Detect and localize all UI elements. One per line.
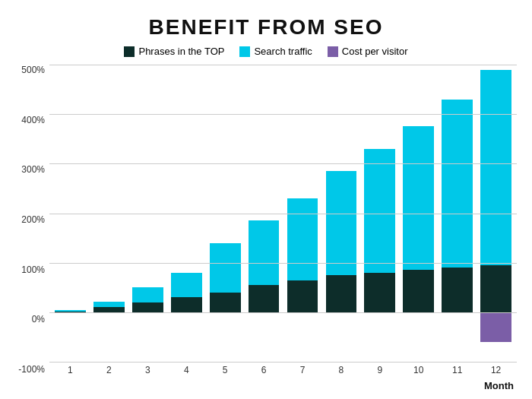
bar-stack (403, 126, 434, 312)
grid-line (49, 65, 517, 65)
traffic-bar-segment (132, 287, 163, 302)
traffic-bar-segment (442, 100, 473, 268)
phrases-bar-segment (171, 297, 202, 312)
grid-line (49, 114, 517, 115)
x-axis-label-item: 5 (206, 365, 245, 375)
bar-stack (93, 302, 125, 312)
phrases-bar-segment (132, 302, 163, 312)
traffic-bar-segment (403, 126, 434, 270)
grid-line (49, 263, 517, 264)
legend-color-box (124, 46, 135, 57)
bar-stack (210, 243, 241, 312)
y-axis-label: -100% (18, 364, 45, 375)
x-axis-label-item: 1 (51, 365, 90, 375)
x-axis-label-item: 3 (128, 365, 167, 375)
phrases-bar-segment (287, 280, 318, 312)
x-axis-label-item: 7 (283, 365, 322, 375)
chart-legend: Phrases in the TOPSearch trafficCost per… (124, 46, 407, 57)
x-axis-label-item: 2 (90, 365, 128, 375)
traffic-bar-segment (171, 273, 202, 298)
bar-stack (364, 149, 395, 312)
grid-line (49, 312, 517, 313)
legend-item: Phrases in the TOP (124, 46, 224, 57)
x-axis-label-item: 9 (360, 365, 399, 375)
traffic-bar-segment (287, 198, 318, 280)
bar-stack (326, 171, 357, 312)
traffic-bar-segment (480, 70, 511, 265)
phrases-bar-segment (403, 270, 434, 312)
phrases-bar-segment (442, 268, 473, 312)
x-axis-label-item: 12 (477, 365, 515, 375)
cost-bar-segment (480, 312, 511, 342)
y-axis-label: 200% (21, 214, 45, 225)
y-axis-label: 400% (21, 115, 45, 125)
grid-line (49, 163, 517, 164)
y-axis-label: 0% (32, 314, 45, 325)
chart-area: 500%400%300%200%100%0%-100% 123456789101… (15, 65, 517, 391)
grid-line (49, 214, 517, 214)
x-axis-label-item: 10 (399, 365, 438, 375)
y-axis-label: 100% (21, 264, 45, 275)
legend-label: Cost per visitor (342, 46, 408, 57)
legend-item: Cost per visitor (328, 46, 408, 57)
y-axis-label: 500% (21, 65, 45, 75)
x-axis-label-item: 11 (438, 365, 477, 375)
y-axis-label: 300% (21, 164, 45, 175)
bar-stack (480, 70, 511, 312)
chart-inner: 123456789101112 Month (49, 65, 517, 391)
y-axis: 500%400%300%200%100%0%-100% (15, 65, 49, 391)
x-axis: 123456789101112 (49, 362, 517, 378)
phrases-bar-segment (480, 265, 511, 312)
traffic-bar-segment (210, 243, 241, 293)
bar-stack (249, 220, 280, 312)
legend-color-box (328, 46, 338, 57)
traffic-bar-segment (326, 171, 357, 275)
legend-item: Search traffic (239, 46, 312, 57)
legend-label: Phrases in the TOP (138, 46, 224, 57)
bar-stack (287, 198, 318, 312)
traffic-bar-segment (249, 220, 280, 285)
x-axis-label-item: 4 (167, 365, 206, 375)
legend-color-box (239, 46, 250, 57)
phrases-bar-segment (249, 285, 280, 312)
phrases-bar-segment (364, 273, 395, 312)
bar-stack (442, 100, 473, 312)
phrases-bar-segment (326, 275, 357, 312)
x-axis-label-item: 8 (321, 365, 360, 375)
grid-and-bars (49, 65, 517, 362)
bar-stack (132, 287, 163, 312)
x-axis-label: Month (49, 380, 517, 391)
bar-stack (171, 273, 202, 312)
legend-label: Search traffic (254, 46, 312, 57)
traffic-bar-segment (364, 149, 395, 273)
x-axis-label-item: 6 (245, 365, 283, 375)
phrases-bar-segment (210, 293, 241, 312)
traffic-bar-segment (93, 302, 125, 308)
chart-title: BENEFIT FROM SEO (149, 15, 384, 40)
grid-line (49, 362, 517, 363)
